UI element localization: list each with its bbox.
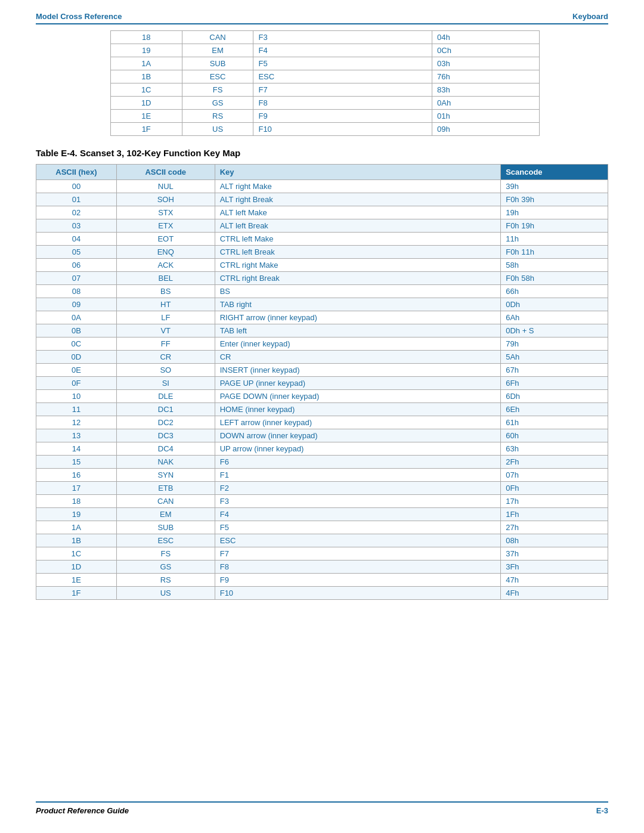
table-row: 00NULALT right Make39h [36, 180, 608, 193]
table-row: 10DLEPAGE DOWN (inner keypad)6Dh [36, 390, 608, 403]
table-row: 16SYNF107h [36, 469, 608, 482]
main-section-title: Table E-4. Scanset 3, 102-Key Function K… [36, 148, 608, 158]
footer-right: E-3 [596, 806, 608, 815]
col-header-scancode: Scancode [501, 165, 608, 180]
table-row: 15NAKF62Fh [36, 456, 608, 469]
table-row: 03ETXALT left BreakF0h 19h [36, 219, 608, 233]
table-row: 1ASUBF503h [110, 57, 539, 70]
table-row: 12DC2LEFT arrow (inner keypad)61h [36, 416, 608, 429]
table-row: 0BVTTAB left0Dh + S [36, 324, 608, 337]
table-row: 02STXALT left Make19h [36, 206, 608, 219]
table-row: 07BELCTRL right BreakF0h 58h [36, 272, 608, 285]
table-row: 08BSBS66h [36, 285, 608, 298]
table-row: 1CFSF737h [36, 547, 608, 561]
table-row: 1BESCESC76h [110, 70, 539, 83]
table-row: 0FSIPAGE UP (inner keypad)6Fh [36, 377, 608, 390]
main-table: ASCII (hex) ASCII code Key Scancode 00NU… [36, 164, 608, 600]
table-row: 0DCRCR5Ah [36, 351, 608, 364]
table-row: 1CFSF783h [110, 83, 539, 97]
header-divider [36, 23, 608, 24]
table-row: 09HTTAB right0Dh [36, 298, 608, 311]
table-row: 1ERSF901h [110, 110, 539, 123]
col-header-ascii-code: ASCII code [116, 165, 215, 180]
col-header-ascii-hex: ASCII (hex) [36, 165, 117, 180]
table-row: 1FUSF104Fh [36, 587, 608, 600]
table-row: 11DC1HOME (inner keypad)6Eh [36, 403, 608, 416]
footer-left: Product Reference Guide [36, 806, 129, 815]
table-row: 0ALFRIGHT arrow (inner keypad)6Ah [36, 311, 608, 324]
table-row: 04EOTCTRL left Make11h [36, 233, 608, 246]
table-row: 14DC4UP arrow (inner keypad)63h [36, 442, 608, 456]
table-row: 18CANF317h [36, 495, 608, 508]
table-row: 06ACKCTRL right Make58h [36, 259, 608, 272]
table-row: 1FUSF1009h [110, 123, 539, 136]
table-row: 1ERSF947h [36, 574, 608, 587]
page-footer: Product Reference Guide E-3 [36, 801, 608, 815]
top-table: 18CANF304h19EMF40Ch1ASUBF503h1BESCESC76h… [110, 30, 540, 136]
col-header-key: Key [215, 165, 501, 180]
table-row: 1ASUBF527h [36, 521, 608, 534]
table-row: 13DC3DOWN arrow (inner keypad)60h [36, 429, 608, 442]
table-row: 17ETBF20Fh [36, 482, 608, 495]
table-row: 0CFFEnter (inner keypad)79h [36, 337, 608, 351]
table-row: 18CANF304h [110, 31, 539, 44]
breadcrumb: Model Cross Reference [36, 12, 122, 21]
table-row: 1DGSF80Ah [110, 97, 539, 110]
page-header: Model Cross Reference Keyboard [36, 12, 608, 21]
table-row: 1BESCESC08h [36, 534, 608, 547]
table-row: 01SOHALT right BreakF0h 39h [36, 193, 608, 206]
table-row: 05ENQCTRL left BreakF0h 11h [36, 246, 608, 259]
table-row: 1DGSF83Fh [36, 561, 608, 574]
section-title: Keyboard [572, 12, 608, 21]
table-row: 19EMF41Fh [36, 508, 608, 521]
table-row: 0ESOINSERT (inner keypad)67h [36, 364, 608, 377]
table-row: 19EMF40Ch [110, 44, 539, 57]
